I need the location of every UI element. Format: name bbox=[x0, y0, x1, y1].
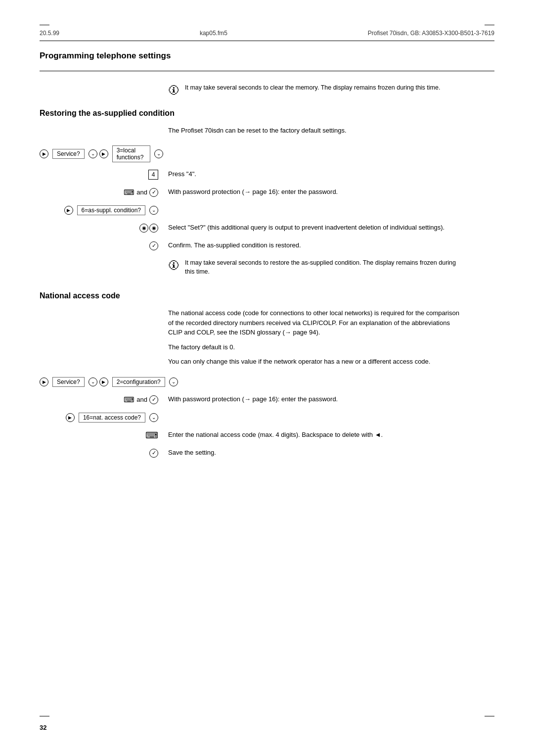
page-number: 32 bbox=[40, 724, 46, 731]
down-circle-3: ⌄ bbox=[89, 378, 97, 386]
step6-confirm: ✓ Confirm. The as-supplied condition is … bbox=[40, 240, 494, 251]
step3-text: With password protection (→ page 16): en… bbox=[168, 187, 494, 197]
down-circle-3b: ⌄ bbox=[169, 378, 178, 386]
step1-icon-col: ▶ Service? ⌄ ▶ 3=local functions? ⌄ bbox=[40, 145, 168, 162]
circle-icon-2: ◉ bbox=[149, 224, 158, 233]
step-config-pass-icon: ⌨ and ✓ bbox=[40, 394, 168, 405]
section-national: National access code The national access… bbox=[40, 291, 494, 459]
step1-service: ▶ Service? ⌄ ▶ 3=local functions? ⌄ bbox=[40, 145, 494, 162]
step5-text: Select "Set?" (this additional query is … bbox=[168, 223, 494, 233]
note-text-2: It may take several seconds to restore t… bbox=[185, 258, 465, 277]
step-config-password: ⌨ and ✓ With password protection (→ page… bbox=[40, 394, 494, 405]
step5-icon-col: ◉ ◉ bbox=[40, 223, 168, 234]
footer-line-left bbox=[40, 716, 49, 716]
header-divider bbox=[40, 41, 494, 41]
check-icon-3: ✓ bbox=[149, 395, 158, 404]
step4-icon-col: ▶ 6=as-suppl. condition? ⌄ bbox=[40, 205, 168, 216]
circle-icon-1: ◉ bbox=[139, 224, 148, 233]
play-icon-1b: ▶ bbox=[99, 149, 108, 158]
and-label-2: and bbox=[136, 396, 147, 403]
page-header: 20.5.99 kap05.fm5 Profiset 70isdn, GB: A… bbox=[40, 30, 494, 37]
step-nat-icon-col: ▶ 16=nat. access code? ⌄ bbox=[40, 412, 168, 423]
play-icon-3b: ▶ bbox=[99, 378, 108, 386]
title-divider bbox=[40, 71, 494, 71]
play-icon-2: ▶ bbox=[64, 206, 73, 215]
step-enter-code: ⌨ Enter the national access code (max. 4… bbox=[40, 430, 494, 441]
play-icon-1: ▶ bbox=[40, 149, 48, 158]
step-config-icon-row: ▶ Service? ⌄ ▶ 2=configuration? ⌄ bbox=[40, 377, 178, 387]
step-nat-display: ▶ 16=nat. access code? ⌄ bbox=[40, 412, 494, 423]
step2-press4: 4 Press "4". bbox=[40, 169, 494, 180]
keyboard-icon-3: ⌨ bbox=[145, 430, 158, 441]
header-filename: kap05.fm5 bbox=[200, 30, 227, 37]
section1-intro: The Profiset 70isdn can be reset to the … bbox=[168, 126, 465, 136]
service-display-1: Service? bbox=[52, 149, 85, 159]
step-enter-text: Enter the national access code (max. 4 d… bbox=[168, 430, 494, 440]
check-icon-2: ✓ bbox=[149, 241, 158, 250]
section1-title: Restoring the as-supplied condition bbox=[40, 109, 494, 118]
note-box-2: 🛈 It may take several seconds to restore… bbox=[168, 258, 465, 277]
section2-title: National access code bbox=[40, 291, 494, 300]
step-config-icon-col: ▶ Service? ⌄ ▶ 2=configuration? ⌄ bbox=[40, 377, 168, 387]
step3-icon-col: ⌨ and ✓ bbox=[40, 187, 168, 198]
section2-intro3: You can only change this value if the ne… bbox=[168, 357, 465, 367]
step-config-service: ▶ Service? ⌄ ▶ 2=configuration? ⌄ bbox=[40, 377, 494, 387]
note-icon-1: 🛈 bbox=[168, 84, 179, 97]
keyboard-icon-2: ⌨ bbox=[124, 395, 134, 404]
step-save-text: Save the setting. bbox=[168, 448, 494, 458]
num4-icon: 4 bbox=[148, 170, 158, 180]
assuppl-display: 6=as-suppl. condition? bbox=[77, 205, 145, 215]
check-icon-4: ✓ bbox=[149, 449, 158, 458]
check-icon-1: ✓ bbox=[149, 188, 158, 197]
chapter-title: Programming telephone settings bbox=[40, 51, 494, 61]
note-icon-2: 🛈 bbox=[168, 259, 179, 272]
down-circle-2: ⌄ bbox=[149, 206, 158, 215]
header-product: Profiset 70isdn, GB: A30853-X300-B501-3-… bbox=[368, 30, 494, 37]
and-label-1: and bbox=[136, 189, 147, 196]
section2-intro1: The national access code (code for conne… bbox=[168, 308, 465, 337]
play-icon-4: ▶ bbox=[66, 413, 75, 422]
step6-icon-col: ✓ bbox=[40, 240, 168, 251]
down-circle-1b: ⌄ bbox=[154, 149, 163, 158]
keyboard-icon-1: ⌨ bbox=[124, 188, 134, 197]
section-restore: 🛈 It may take several seconds to clear t… bbox=[40, 83, 494, 277]
step6-text: Confirm. The as-supplied condition is re… bbox=[168, 240, 494, 250]
step2-icon-col: 4 bbox=[40, 169, 168, 180]
step1-icon-row: ▶ Service? ⌄ ▶ 3=local functions? ⌄ bbox=[40, 145, 163, 162]
step5-select: ◉ ◉ Select "Set?" (this additional query… bbox=[40, 223, 494, 234]
down-circle-1: ⌄ bbox=[89, 149, 97, 158]
section2-intro2: The factory default is 0. bbox=[168, 342, 465, 352]
nat-access-display: 16=nat. access code? bbox=[79, 413, 145, 423]
step3-password: ⌨ and ✓ With password protection (→ page… bbox=[40, 187, 494, 198]
step-config-pass-text: With password protection (→ page 16): en… bbox=[168, 394, 494, 404]
step-save: ✓ Save the setting. bbox=[40, 448, 494, 459]
header-date: 20.5.99 bbox=[40, 30, 59, 37]
down-circle-4: ⌄ bbox=[149, 413, 158, 422]
step-enter-icon-col: ⌨ bbox=[40, 430, 168, 441]
play-icon-3: ▶ bbox=[40, 378, 48, 386]
note-box-1: 🛈 It may take several seconds to clear t… bbox=[168, 83, 465, 97]
config-display: 2=configuration? bbox=[112, 377, 165, 387]
step-save-icon-col: ✓ bbox=[40, 448, 168, 459]
service-display-2: Service? bbox=[52, 377, 85, 387]
step2-text: Press "4". bbox=[168, 169, 494, 179]
local-functions-display: 3=local functions? bbox=[112, 145, 150, 162]
step4-assuppl: ▶ 6=as-suppl. condition? ⌄ bbox=[40, 205, 494, 216]
note-text-1: It may take several seconds to clear the… bbox=[185, 83, 440, 93]
footer-line-right bbox=[485, 716, 494, 716]
